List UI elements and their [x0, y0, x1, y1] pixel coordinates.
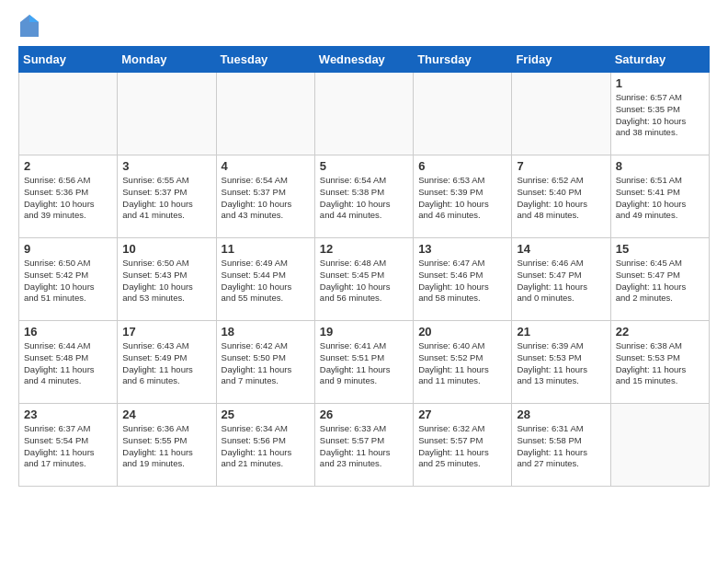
day-info: Sunrise: 6:32 AM Sunset: 5:57 PM Dayligh… [418, 423, 506, 470]
day-info: Sunrise: 6:42 AM Sunset: 5:50 PM Dayligh… [222, 340, 310, 387]
day-number: 4 [222, 159, 310, 173]
day-number: 21 [517, 325, 605, 339]
calendar-cell: 20Sunrise: 6:40 AM Sunset: 5:52 PM Dayli… [414, 321, 512, 404]
calendar-table: SundayMondayTuesdayWednesdayThursdayFrid… [18, 46, 710, 487]
day-number: 11 [222, 242, 310, 256]
day-info: Sunrise: 6:54 AM Sunset: 5:38 PM Dayligh… [320, 175, 408, 222]
day-number: 7 [517, 159, 605, 173]
calendar-cell: 6Sunrise: 6:53 AM Sunset: 5:39 PM Daylig… [414, 155, 512, 238]
logo-icon [20, 15, 39, 37]
calendar-cell [414, 73, 512, 155]
day-number: 10 [122, 242, 210, 256]
day-info: Sunrise: 6:40 AM Sunset: 5:52 PM Dayligh… [418, 340, 506, 387]
calendar-cell: 4Sunrise: 6:54 AM Sunset: 5:37 PM Daylig… [216, 155, 314, 238]
calendar-cell: 19Sunrise: 6:41 AM Sunset: 5:51 PM Dayli… [314, 321, 413, 404]
day-number: 1 [616, 76, 704, 90]
calendar-cell: 17Sunrise: 6:43 AM Sunset: 5:49 PM Dayli… [118, 321, 216, 404]
page-header [18, 18, 710, 37]
day-number: 14 [517, 242, 605, 256]
weekday-header-sunday: Sunday [19, 47, 118, 73]
logo [18, 18, 39, 37]
day-number: 5 [320, 159, 408, 173]
weekday-header-saturday: Saturday [610, 47, 709, 73]
calendar-cell: 12Sunrise: 6:48 AM Sunset: 5:45 PM Dayli… [314, 238, 413, 321]
day-info: Sunrise: 6:54 AM Sunset: 5:37 PM Dayligh… [222, 175, 310, 222]
calendar-cell: 5Sunrise: 6:54 AM Sunset: 5:38 PM Daylig… [314, 155, 413, 238]
calendar-cell [512, 73, 610, 155]
day-info: Sunrise: 6:44 AM Sunset: 5:48 PM Dayligh… [24, 340, 112, 387]
day-number: 28 [517, 408, 605, 421]
calendar-cell [216, 73, 314, 155]
day-number: 22 [616, 325, 704, 339]
calendar-cell [19, 73, 118, 155]
day-number: 2 [24, 159, 112, 173]
calendar-week-row: 1Sunrise: 6:57 AM Sunset: 5:35 PM Daylig… [19, 73, 710, 155]
calendar-cell: 7Sunrise: 6:52 AM Sunset: 5:40 PM Daylig… [512, 155, 610, 238]
weekday-header-thursday: Thursday [414, 47, 512, 73]
day-info: Sunrise: 6:49 AM Sunset: 5:44 PM Dayligh… [222, 258, 310, 304]
calendar-cell: 28Sunrise: 6:31 AM Sunset: 5:58 PM Dayli… [512, 404, 610, 487]
day-info: Sunrise: 6:46 AM Sunset: 5:47 PM Dayligh… [517, 258, 605, 304]
day-info: Sunrise: 6:37 AM Sunset: 5:54 PM Dayligh… [24, 423, 112, 470]
calendar-cell: 3Sunrise: 6:55 AM Sunset: 5:37 PM Daylig… [118, 155, 216, 238]
day-number: 26 [320, 408, 408, 421]
calendar-header-row: SundayMondayTuesdayWednesdayThursdayFrid… [19, 47, 710, 73]
weekday-header-monday: Monday [118, 47, 216, 73]
day-info: Sunrise: 6:50 AM Sunset: 5:42 PM Dayligh… [24, 258, 112, 304]
day-info: Sunrise: 6:33 AM Sunset: 5:57 PM Dayligh… [320, 423, 408, 470]
calendar-cell: 18Sunrise: 6:42 AM Sunset: 5:50 PM Dayli… [216, 321, 314, 404]
calendar-week-row: 23Sunrise: 6:37 AM Sunset: 5:54 PM Dayli… [19, 404, 710, 487]
day-number: 12 [320, 242, 408, 256]
calendar-cell [314, 73, 413, 155]
day-info: Sunrise: 6:56 AM Sunset: 5:36 PM Dayligh… [24, 175, 112, 222]
day-info: Sunrise: 6:55 AM Sunset: 5:37 PM Dayligh… [122, 175, 210, 222]
calendar-cell: 27Sunrise: 6:32 AM Sunset: 5:57 PM Dayli… [414, 404, 512, 487]
day-info: Sunrise: 6:43 AM Sunset: 5:49 PM Dayligh… [122, 340, 210, 387]
calendar-cell: 13Sunrise: 6:47 AM Sunset: 5:46 PM Dayli… [414, 238, 512, 321]
day-number: 3 [122, 159, 210, 173]
calendar-cell: 14Sunrise: 6:46 AM Sunset: 5:47 PM Dayli… [512, 238, 610, 321]
day-number: 17 [122, 325, 210, 339]
calendar-cell: 21Sunrise: 6:39 AM Sunset: 5:53 PM Dayli… [512, 321, 610, 404]
calendar-cell: 23Sunrise: 6:37 AM Sunset: 5:54 PM Dayli… [19, 404, 118, 487]
weekday-header-tuesday: Tuesday [216, 47, 314, 73]
day-info: Sunrise: 6:53 AM Sunset: 5:39 PM Dayligh… [418, 175, 506, 222]
calendar-week-row: 9Sunrise: 6:50 AM Sunset: 5:42 PM Daylig… [19, 238, 710, 321]
calendar-cell: 8Sunrise: 6:51 AM Sunset: 5:41 PM Daylig… [610, 155, 709, 238]
weekday-header-friday: Friday [512, 47, 610, 73]
day-number: 9 [24, 242, 112, 256]
day-info: Sunrise: 6:57 AM Sunset: 5:35 PM Dayligh… [616, 92, 704, 139]
day-number: 16 [24, 325, 112, 339]
day-number: 15 [616, 242, 704, 256]
day-number: 18 [222, 325, 310, 339]
day-number: 13 [418, 242, 506, 256]
day-info: Sunrise: 6:50 AM Sunset: 5:43 PM Dayligh… [122, 258, 210, 304]
calendar-cell: 10Sunrise: 6:50 AM Sunset: 5:43 PM Dayli… [118, 238, 216, 321]
calendar-cell: 11Sunrise: 6:49 AM Sunset: 5:44 PM Dayli… [216, 238, 314, 321]
day-number: 27 [418, 408, 506, 421]
day-info: Sunrise: 6:36 AM Sunset: 5:55 PM Dayligh… [122, 423, 210, 470]
day-number: 6 [418, 159, 506, 173]
day-number: 24 [122, 408, 210, 421]
calendar-cell: 26Sunrise: 6:33 AM Sunset: 5:57 PM Dayli… [314, 404, 413, 487]
calendar-cell: 15Sunrise: 6:45 AM Sunset: 5:47 PM Dayli… [610, 238, 709, 321]
day-number: 19 [320, 325, 408, 339]
calendar-cell: 9Sunrise: 6:50 AM Sunset: 5:42 PM Daylig… [19, 238, 118, 321]
day-info: Sunrise: 6:47 AM Sunset: 5:46 PM Dayligh… [418, 258, 506, 304]
calendar-week-row: 16Sunrise: 6:44 AM Sunset: 5:48 PM Dayli… [19, 321, 710, 404]
calendar-cell: 1Sunrise: 6:57 AM Sunset: 5:35 PM Daylig… [610, 73, 709, 155]
calendar-cell: 16Sunrise: 6:44 AM Sunset: 5:48 PM Dayli… [19, 321, 118, 404]
day-info: Sunrise: 6:39 AM Sunset: 5:53 PM Dayligh… [517, 340, 605, 387]
day-number: 8 [616, 159, 704, 173]
calendar-cell: 24Sunrise: 6:36 AM Sunset: 5:55 PM Dayli… [118, 404, 216, 487]
calendar-cell [118, 73, 216, 155]
day-info: Sunrise: 6:45 AM Sunset: 5:47 PM Dayligh… [616, 258, 704, 304]
day-info: Sunrise: 6:48 AM Sunset: 5:45 PM Dayligh… [320, 258, 408, 304]
calendar-cell: 22Sunrise: 6:38 AM Sunset: 5:53 PM Dayli… [610, 321, 709, 404]
day-info: Sunrise: 6:38 AM Sunset: 5:53 PM Dayligh… [616, 340, 704, 387]
day-info: Sunrise: 6:52 AM Sunset: 5:40 PM Dayligh… [517, 175, 605, 222]
calendar-week-row: 2Sunrise: 6:56 AM Sunset: 5:36 PM Daylig… [19, 155, 710, 238]
day-number: 23 [24, 408, 112, 421]
day-number: 20 [418, 325, 506, 339]
day-info: Sunrise: 6:34 AM Sunset: 5:56 PM Dayligh… [222, 423, 310, 470]
